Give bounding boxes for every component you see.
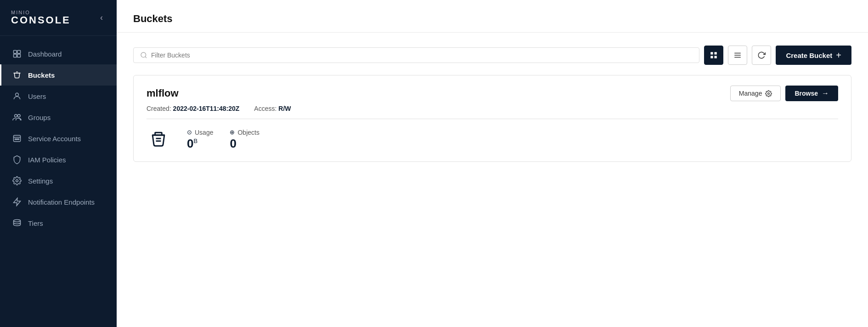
grid-view-button[interactable] <box>704 46 723 65</box>
bucket-name: mlflow <box>147 87 179 99</box>
settings-icon <box>12 176 22 185</box>
svg-point-10 <box>18 138 19 140</box>
sidebar-item-label: Settings <box>28 177 53 185</box>
toolbar: Create Bucket + <box>133 46 851 65</box>
iam-policies-icon <box>12 155 22 164</box>
sidebar-item-iam-policies[interactable]: IAM Policies <box>0 149 117 170</box>
sidebar-item-label: Groups <box>28 114 51 121</box>
refresh-button[interactable] <box>752 46 771 65</box>
svg-rect-0 <box>14 51 17 54</box>
objects-stat: ⊕ Objects 0 <box>230 129 259 150</box>
svg-point-4 <box>16 93 19 96</box>
objects-value: 0 <box>230 137 259 150</box>
bucket-stats: ⊙ Usage 0B ⊕ Objects 0 <box>147 127 838 151</box>
sidebar-item-label: Dashboard <box>28 50 62 58</box>
svg-rect-17 <box>711 56 713 58</box>
browse-button[interactable]: Browse → <box>785 86 838 101</box>
objects-label: ⊕ Objects <box>230 129 259 136</box>
create-bucket-plus-icon: + <box>836 50 841 61</box>
usage-stat: ⊙ Usage 0B <box>187 129 213 150</box>
access-value: R/W <box>278 105 291 112</box>
filter-input-wrap <box>133 47 699 63</box>
svg-line-14 <box>145 57 147 58</box>
main-header: Buckets <box>117 0 868 33</box>
sidebar: MINIO CONSOLE ‹ Dashboard Buckets Use <box>0 0 117 327</box>
create-bucket-button[interactable]: Create Bucket + <box>776 46 851 65</box>
svg-point-22 <box>768 92 770 94</box>
sidebar-item-tiers[interactable]: Tiers <box>0 212 117 234</box>
main-body: Create Bucket + mlflow Manage Browse → <box>117 33 868 327</box>
dashboard-icon <box>12 49 22 58</box>
service-accounts-icon <box>12 134 22 143</box>
logo-console: CONSOLE <box>11 15 71 25</box>
sidebar-item-notification-endpoints[interactable]: Notification Endpoints <box>0 191 117 212</box>
bucket-card: mlflow Manage Browse → Created: 2022-02-… <box>133 75 851 162</box>
svg-rect-15 <box>711 52 713 54</box>
sidebar-collapse-button[interactable]: ‹ <box>97 11 106 24</box>
access-info: Access: R/W <box>254 105 291 112</box>
list-view-button[interactable] <box>728 46 747 65</box>
gear-icon <box>765 90 772 97</box>
svg-point-11 <box>16 180 18 182</box>
created-value: 2022-02-16T11:48:20Z <box>173 105 240 112</box>
objects-icon: ⊕ <box>230 129 235 136</box>
groups-icon <box>12 113 22 122</box>
manage-label: Manage <box>739 90 762 97</box>
sidebar-item-groups[interactable]: Groups <box>0 107 117 128</box>
svg-rect-2 <box>14 54 17 57</box>
main-content: Buckets Create Bucket + <box>117 0 868 327</box>
usage-value: 0B <box>187 137 213 150</box>
bucket-card-actions: Manage Browse → <box>730 86 838 101</box>
sidebar-item-label: Users <box>28 92 46 100</box>
sidebar-logo: MINIO CONSOLE ‹ <box>0 0 117 36</box>
sidebar-item-label: Notification Endpoints <box>28 198 95 206</box>
svg-rect-16 <box>715 52 717 54</box>
create-bucket-label: Create Bucket <box>786 52 832 59</box>
svg-point-9 <box>17 138 18 140</box>
page-title: Buckets <box>133 13 851 25</box>
sidebar-item-label: Tiers <box>28 219 43 227</box>
users-icon <box>12 92 22 101</box>
sidebar-item-settings[interactable]: Settings <box>0 170 117 191</box>
sidebar-nav: Dashboard Buckets Users Groups <box>0 36 117 327</box>
filter-buckets-input[interactable] <box>151 52 693 59</box>
bucket-visual-icon <box>147 127 170 151</box>
svg-point-13 <box>141 52 146 57</box>
sidebar-item-label: Service Accounts <box>28 135 81 143</box>
sidebar-item-buckets[interactable]: Buckets <box>0 64 117 86</box>
svg-rect-1 <box>17 51 21 54</box>
bucket-meta: Created: 2022-02-16T11:48:20Z Access: R/… <box>147 105 838 112</box>
created-label: Created: 2022-02-16T11:48:20Z <box>147 105 239 112</box>
svg-point-12 <box>14 220 21 222</box>
bucket-divider <box>147 119 838 119</box>
usage-icon: ⊙ <box>187 129 192 136</box>
svg-point-5 <box>15 115 17 117</box>
sidebar-item-users[interactable]: Users <box>0 86 117 107</box>
buckets-icon <box>12 70 22 80</box>
sidebar-item-service-accounts[interactable]: Service Accounts <box>0 128 117 149</box>
arrow-icon: → <box>822 89 829 98</box>
search-icon <box>140 52 147 59</box>
sidebar-item-dashboard[interactable]: Dashboard <box>0 43 117 64</box>
browse-label: Browse <box>795 90 818 97</box>
bucket-card-header: mlflow Manage Browse → <box>147 86 838 101</box>
svg-point-6 <box>17 115 20 117</box>
sidebar-item-label: IAM Policies <box>28 156 66 164</box>
tiers-icon <box>12 218 22 228</box>
sidebar-item-label: Buckets <box>28 71 55 79</box>
manage-button[interactable]: Manage <box>730 86 781 101</box>
logo-text: MINIO CONSOLE <box>11 10 71 25</box>
usage-label: ⊙ Usage <box>187 129 213 136</box>
svg-point-8 <box>15 138 16 140</box>
notification-endpoints-icon <box>12 197 22 207</box>
svg-rect-18 <box>715 56 717 58</box>
svg-rect-3 <box>17 54 21 57</box>
